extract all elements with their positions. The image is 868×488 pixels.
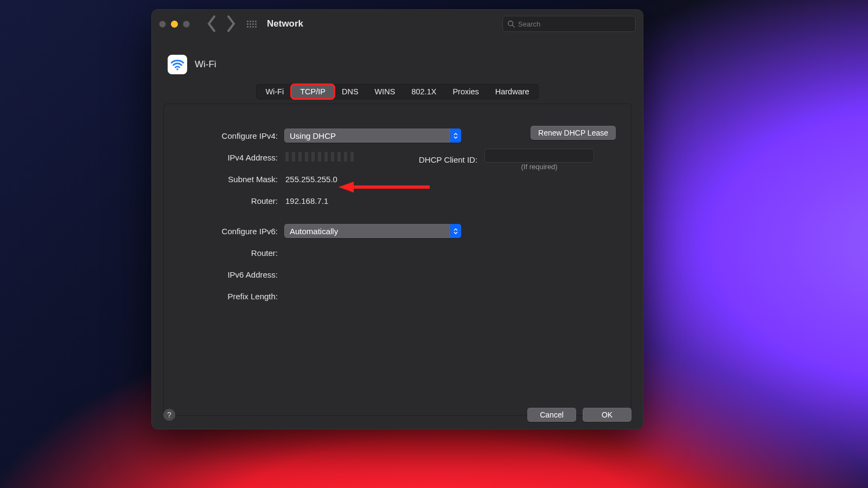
configure-ipv4-value: Using DHCP <box>290 131 336 140</box>
renew-dhcp-lease-button[interactable]: Renew DHCP Lease <box>531 126 616 140</box>
svg-point-2 <box>176 68 178 70</box>
ipv4-address-value-redacted <box>285 152 356 162</box>
configure-ipv6-value: Automatically <box>290 227 338 236</box>
network-preferences-window: Network Search Wi-Fi Wi-Fi TCP/IP DNS WI… <box>151 9 643 429</box>
tab-dns[interactable]: DNS <box>334 85 367 98</box>
dhcp-client-id-input[interactable] <box>484 149 594 163</box>
zoom-window-button[interactable] <box>183 21 190 28</box>
dhcp-client-id-note: (If required) <box>483 163 596 171</box>
router-label: Router: <box>164 196 282 206</box>
ipv4-address-label: IPv4 Address: <box>164 153 282 162</box>
help-button[interactable]: ? <box>163 409 175 421</box>
tcpip-pane: Configure IPv4: Using DHCP IPv4 Address:… <box>163 104 631 416</box>
ipv6-address-label: IPv6 Address: <box>164 270 282 279</box>
interface-header: Wi-Fi <box>151 38 643 84</box>
cancel-button[interactable]: Cancel <box>527 408 576 422</box>
tab-8021x[interactable]: 802.1X <box>403 85 444 98</box>
minimize-window-button[interactable] <box>171 21 178 28</box>
close-window-button[interactable] <box>159 21 166 28</box>
tab-hardware[interactable]: Hardware <box>487 85 538 98</box>
interface-name: Wi-Fi <box>195 59 216 70</box>
prefix-length-label: Prefix Length: <box>164 292 282 301</box>
ok-button[interactable]: OK <box>583 408 631 422</box>
show-all-icon[interactable] <box>246 18 257 29</box>
tab-wifi[interactable]: Wi-Fi <box>257 85 292 98</box>
router-value: 192.168.7.1 <box>282 196 328 206</box>
dhcp-client-id-label: DHCP Client ID: <box>419 155 477 164</box>
configure-ipv6-label: Configure IPv6: <box>164 227 282 236</box>
search-placeholder: Search <box>518 20 540 28</box>
tab-proxies[interactable]: Proxies <box>444 85 487 98</box>
traffic-lights <box>159 21 190 28</box>
tab-bar: Wi-Fi TCP/IP DNS WINS 802.1X Proxies Har… <box>256 84 538 99</box>
back-button[interactable] <box>206 18 217 29</box>
chevron-up-down-icon <box>450 129 461 143</box>
search-icon <box>507 20 515 28</box>
subnet-mask-label: Subnet Mask: <box>164 175 282 184</box>
wifi-icon <box>168 55 187 74</box>
dialog-footer: ? Cancel OK <box>151 408 643 422</box>
chevron-up-down-icon <box>450 224 461 238</box>
dhcp-client-id-row: DHCP Client ID: (If required) <box>419 149 596 171</box>
router6-label: Router: <box>164 248 282 258</box>
search-input[interactable]: Search <box>502 16 636 32</box>
tab-wins[interactable]: WINS <box>367 85 404 98</box>
subnet-mask-value: 255.255.255.0 <box>282 175 337 184</box>
configure-ipv6-dropdown[interactable]: Automatically <box>284 224 461 238</box>
configure-ipv4-dropdown[interactable]: Using DHCP <box>284 129 461 143</box>
forward-button[interactable] <box>226 18 237 29</box>
tab-tcpip[interactable]: TCP/IP <box>292 85 334 98</box>
window-title: Network <box>267 18 303 29</box>
configure-ipv4-label: Configure IPv4: <box>164 131 282 140</box>
titlebar: Network Search <box>151 9 643 38</box>
svg-line-1 <box>513 25 515 28</box>
